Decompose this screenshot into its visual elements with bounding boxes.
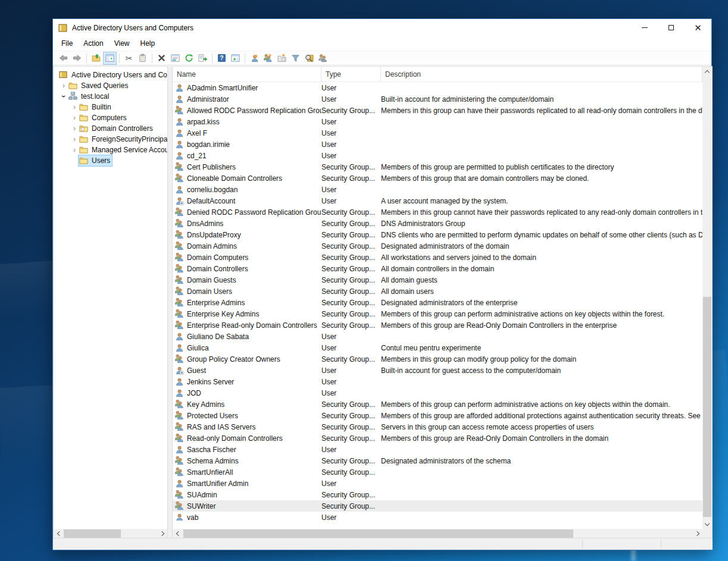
expand-chevron-icon[interactable]: › — [70, 103, 79, 111]
expand-chevron-icon[interactable]: › — [70, 114, 79, 122]
list-row-cloneable-domain-controllers[interactable]: Cloneable Domain ControllersSecurity Gro… — [173, 173, 702, 184]
tree-item-core[interactable]: Builtin — [79, 102, 113, 112]
tree-item-test-local[interactable]: ›test.local — [54, 91, 167, 102]
scroll-left-button[interactable] — [54, 529, 63, 538]
list-vertical-scrollbar[interactable] — [702, 67, 712, 529]
list-row-enterprise-read-only-domain-controllers[interactable]: Enterprise Read-only Domain ControllersS… — [173, 319, 702, 331]
list-row-domain-computers[interactable]: Domain ComputersSecurity Group...All wor… — [173, 252, 702, 263]
list-row-suwriter[interactable]: SUWriterSecurity Group... — [173, 500, 702, 512]
refresh-button[interactable] — [182, 52, 196, 65]
column-header-description[interactable]: Description — [381, 67, 702, 82]
list-row-protected-users[interactable]: Protected UsersSecurity Group...Members … — [173, 410, 702, 421]
list-row-suadmin[interactable]: SUAdminSecurity Group... — [173, 489, 702, 500]
new-window-button[interactable] — [229, 52, 242, 65]
menu-help[interactable]: Help — [135, 37, 161, 49]
list-row-smartunfierall[interactable]: SmartUnfierAllSecurity Group... — [173, 466, 702, 478]
expand-chevron-icon[interactable]: › — [70, 146, 79, 154]
list-row-key-admins[interactable]: Key AdminsSecurity Group...Members of th… — [173, 399, 702, 410]
title-bar[interactable]: Active Directory Users and Computers ✕ — [53, 19, 711, 36]
list-row-domain-users[interactable]: Domain UsersSecurity Group...All domain … — [173, 286, 702, 297]
list-row-enterprise-admins[interactable]: Enterprise AdminsSecurity Group...Design… — [173, 297, 702, 308]
list-row-domain-guests[interactable]: Domain GuestsSecurity Group...All domain… — [173, 274, 702, 286]
list-row-denied-rodc-password-replication-group[interactable]: Denied RODC Password Replication GroupSe… — [173, 206, 702, 218]
list-row-jod[interactable]: JODUser — [173, 387, 702, 399]
paste-button[interactable] — [136, 52, 149, 65]
tree-item-core[interactable]: Domain Controllers — [79, 123, 155, 134]
list-row-axel-f[interactable]: Axel FUser — [173, 127, 702, 139]
cut-button[interactable]: ✂ — [122, 52, 136, 65]
tree-item-core[interactable]: Saved Queries — [68, 80, 130, 91]
up-one-level-button[interactable] — [89, 52, 103, 65]
list-row-allowed-rodc-password-replication-group[interactable]: Allowed RODC Password Replication GroupS… — [173, 105, 702, 116]
tree-item-saved-queries[interactable]: ›Saved Queries — [54, 80, 167, 91]
list-row-ras-and-ias-servers[interactable]: RAS and IAS ServersSecurity Group...Serv… — [173, 421, 702, 432]
back-button[interactable] — [57, 52, 70, 65]
tree-item-core[interactable]: ForeignSecurityPrincipals — [79, 134, 167, 145]
tree-item-active-directory-users-and-com[interactable]: Active Directory Users and Com — [54, 70, 167, 80]
list-row-vab[interactable]: vabUser — [173, 512, 702, 521]
tree-item-core[interactable]: Active Directory Users and Com — [58, 70, 167, 80]
minimize-button[interactable] — [631, 19, 658, 36]
list-row-corneliu-bogdan[interactable]: corneliu.bogdanUser — [173, 184, 702, 195]
list-row-giuliano-de-sabata[interactable]: Giuliano De SabataUser — [173, 331, 702, 342]
tree-item-core[interactable]: test.local — [68, 91, 111, 102]
scroll-up-button[interactable] — [702, 67, 712, 76]
filter-button[interactable] — [289, 52, 302, 65]
expand-chevron-icon[interactable]: › — [70, 124, 79, 133]
list-row-sascha-fischer[interactable]: Sascha FischerUser — [173, 444, 702, 455]
delete-button[interactable] — [155, 52, 168, 65]
list-row-read-only-domain-controllers[interactable]: Read-only Domain ControllersSecurity Gro… — [173, 432, 702, 444]
tree-item-foreignsecurityprincipals[interactable]: ›ForeignSecurityPrincipals — [54, 134, 167, 145]
column-header-name[interactable]: Name — [173, 67, 321, 82]
list-row-guest[interactable]: GuestUserBuilt-in account for guest acce… — [173, 365, 702, 376]
scroll-down-button[interactable] — [702, 519, 712, 529]
list-row-schema-admins[interactable]: Schema AdminsSecurity Group...Designated… — [173, 455, 702, 466]
list-row-adadmin-smartunifier[interactable]: ADadmin SmartUnifierUser — [173, 82, 702, 93]
properties-button[interactable] — [168, 52, 182, 65]
tree-item-users[interactable]: Users — [54, 155, 167, 166]
list-row-dnsadmins[interactable]: DnsAdminsSecurity Group...DNS Administra… — [173, 218, 702, 229]
maximize-button[interactable] — [658, 19, 685, 36]
scroll-thumb[interactable] — [703, 297, 711, 517]
menu-view[interactable]: View — [109, 37, 135, 49]
scroll-thumb[interactable] — [64, 529, 121, 538]
expand-chevron-icon[interactable]: › — [60, 82, 68, 90]
expand-chevron-icon[interactable]: › — [70, 135, 79, 143]
scroll-right-button[interactable] — [693, 529, 702, 538]
scroll-left-button[interactable] — [173, 529, 182, 538]
forward-button[interactable] — [70, 52, 84, 65]
list-row-smartunifier-admin[interactable]: SmartUnifier AdminUser — [173, 478, 702, 489]
list-row-cert-publishers[interactable]: Cert PublishersSecurity Group...Members … — [173, 161, 702, 173]
tree-item-core[interactable]: Managed Service Accounts — [79, 145, 167, 155]
list-row-group-policy-creator-owners[interactable]: Group Policy Creator OwnersSecurity Grou… — [173, 353, 702, 365]
new-group-button[interactable] — [261, 52, 275, 65]
list-row-bogdan-irimie[interactable]: bogdan.irimieUser — [173, 139, 702, 150]
tree-item-domain-controllers[interactable]: ›Domain Controllers — [54, 123, 167, 134]
collapse-chevron-icon[interactable]: › — [60, 92, 68, 101]
list-row-cd-21[interactable]: cd_21User — [173, 150, 702, 161]
tree-item-builtin[interactable]: ›Builtin — [54, 102, 167, 112]
help-button[interactable]: ? — [215, 52, 229, 65]
scroll-right-button[interactable] — [158, 529, 167, 538]
list-row-jenkins-server[interactable]: Jenkins ServerUser — [173, 376, 702, 387]
list-horizontal-scrollbar[interactable] — [173, 529, 702, 538]
tree-item-core[interactable]: Computers — [79, 112, 129, 123]
tree-horizontal-scrollbar[interactable] — [54, 529, 167, 538]
new-user-button[interactable] — [248, 52, 261, 65]
change-domain-controller-button[interactable] — [316, 52, 330, 65]
export-list-button[interactable] — [196, 52, 210, 65]
menu-file[interactable]: File — [56, 37, 78, 49]
menu-action[interactable]: Action — [78, 37, 108, 49]
scroll-thumb[interactable] — [183, 529, 573, 538]
close-button[interactable]: ✕ — [685, 19, 711, 36]
tree-item-core[interactable]: Users — [79, 155, 112, 166]
list-row-domain-admins[interactable]: Domain AdminsSecurity Group...Designated… — [173, 240, 702, 252]
list-row-administrator[interactable]: AdministratorUserBuilt-in account for ad… — [173, 93, 702, 105]
list-row-arpad-kiss[interactable]: arpad.kissUser — [173, 116, 702, 127]
list-row-dnsupdateproxy[interactable]: DnsUpdateProxySecurity Group...DNS clien… — [173, 229, 702, 240]
show-console-tree-button[interactable] — [103, 52, 117, 65]
list-row-enterprise-key-admins[interactable]: Enterprise Key AdminsSecurity Group...Me… — [173, 308, 702, 319]
list-row-giulica[interactable]: GiulicaUserContul meu pentru experimente — [173, 342, 702, 353]
find-objects-button[interactable] — [302, 52, 316, 65]
tree-item-managed-service-accounts[interactable]: ›Managed Service Accounts — [54, 145, 167, 155]
